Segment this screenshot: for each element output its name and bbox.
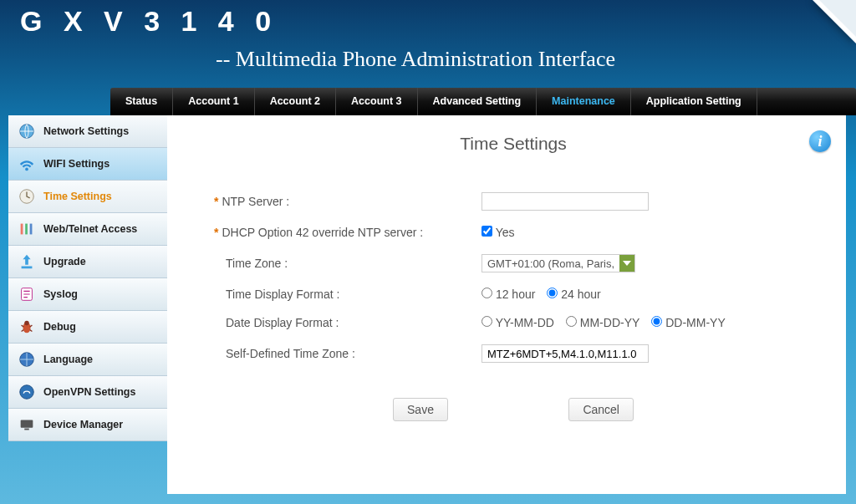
svg-rect-13	[24, 429, 29, 430]
svg-point-11	[20, 385, 34, 400]
sidebar-item-syslog[interactable]: Syslog	[8, 278, 167, 311]
button-row: Save Cancel	[214, 398, 813, 421]
row-dateformat: Date Display Format : YY-MM-DD MM-DD-YY …	[214, 316, 813, 329]
content-panel: i Time Settings *NTP Server : *DHCP Opti…	[167, 115, 846, 494]
sidebar-item-language[interactable]: Language	[8, 344, 167, 376]
tab-account-1[interactable]: Account 1	[173, 88, 254, 115]
row-dhcp42: *DHCP Option 42 override NTP server : Ye…	[214, 226, 813, 239]
sidebar-item-web-telnet-access[interactable]: Web/Telnet Access	[8, 213, 167, 246]
subtitle: -- Multimedia Phone Administration Inter…	[216, 47, 615, 72]
timezone-select[interactable]: GMT+01:00 (Roma, Paris,	[482, 254, 635, 272]
timezone-label: Time Zone :	[226, 257, 288, 270]
banner: G X V 3 1 4 0 -- Multimedia Phone Admini…	[0, 0, 856, 88]
sidebar-item-label: WIFI Settings	[43, 158, 110, 170]
svg-rect-4	[25, 224, 28, 235]
tab-maintenance[interactable]: Maintenance	[537, 88, 631, 115]
vpn-icon	[17, 382, 37, 402]
row-ntp-server: *NTP Server :	[214, 192, 813, 211]
sidebar-item-label: Language	[43, 354, 93, 365]
sidebar-item-network-settings[interactable]: Network Settings	[8, 115, 167, 148]
sidebar-item-label: Syslog	[43, 288, 78, 300]
dhcp42-checkbox[interactable]	[482, 226, 492, 237]
save-button[interactable]: Save	[393, 398, 448, 421]
timeformat-label: Time Display Format :	[226, 288, 339, 301]
selftz-label: Self-Defined Time Zone :	[226, 347, 355, 360]
sidebar-item-wifi-settings[interactable]: WIFI Settings	[8, 148, 167, 181]
svg-point-1	[25, 168, 28, 171]
sliders-icon	[17, 219, 37, 239]
ntp-server-label: NTP Server :	[222, 195, 289, 208]
dhcp42-yes-label: Yes	[496, 226, 515, 239]
sidebar-item-label: Debug	[43, 321, 76, 333]
cancel-button[interactable]: Cancel	[568, 398, 634, 421]
tab-advanced-setting[interactable]: Advanced Setting	[418, 88, 538, 115]
timeformat-radio[interactable]	[482, 288, 492, 298]
svg-point-9	[24, 321, 29, 326]
dateformat-label: Date Display Format :	[226, 316, 339, 329]
tab-account-3[interactable]: Account 3	[336, 88, 417, 115]
svg-rect-12	[21, 420, 33, 428]
page-title: Time Settings	[214, 134, 813, 154]
top-nav: StatusAccount 1Account 2Account 3Advance…	[110, 88, 856, 115]
tab-status[interactable]: Status	[110, 88, 173, 115]
dateformat-radio[interactable]	[566, 316, 577, 327]
timeformat-option[interactable]: 12 hour	[482, 288, 535, 301]
globe-icon	[17, 121, 37, 141]
device-icon	[17, 415, 37, 435]
language-icon	[17, 349, 37, 369]
sidebar: Network SettingsWIFI SettingsTime Settin…	[8, 115, 167, 441]
dateformat-option[interactable]: YY-MM-DD	[482, 316, 554, 329]
svg-rect-6	[22, 267, 33, 269]
wifi-icon	[17, 154, 37, 174]
sidebar-item-label: Web/Telnet Access	[43, 223, 137, 235]
clock-icon	[17, 186, 37, 206]
sidebar-item-label: OpenVPN Settings	[43, 386, 135, 398]
row-selftz: Self-Defined Time Zone :	[214, 344, 813, 363]
sidebar-item-label: Upgrade	[43, 256, 86, 267]
info-icon[interactable]: i	[809, 130, 831, 152]
svg-rect-3	[21, 224, 23, 235]
row-timeformat: Time Display Format : 12 hour 24 hour	[214, 288, 813, 301]
timeformat-option[interactable]: 24 hour	[547, 288, 600, 301]
dateformat-option[interactable]: DD-MM-YY	[651, 316, 725, 329]
timeformat-radio[interactable]	[547, 288, 558, 298]
row-timezone: Time Zone : GMT+01:00 (Roma, Paris,	[214, 254, 813, 272]
chevron-down-icon[interactable]	[619, 255, 634, 272]
brand-title: G X V 3 1 4 0	[20, 0, 278, 38]
selftz-input[interactable]	[482, 344, 649, 363]
sidebar-item-label: Device Manager	[43, 419, 123, 430]
svg-rect-5	[30, 224, 33, 235]
sidebar-item-label: Time Settings	[43, 191, 112, 202]
sidebar-item-device-manager[interactable]: Device Manager	[8, 409, 167, 441]
page-curl-icon	[813, 0, 856, 43]
bug-icon	[17, 317, 37, 337]
sidebar-item-label: Network Settings	[43, 125, 129, 137]
dateformat-option[interactable]: MM-DD-YY	[566, 316, 639, 329]
dhcp42-label: DHCP Option 42 override NTP server :	[222, 226, 423, 239]
dateformat-radio[interactable]	[482, 316, 492, 327]
upload-icon	[17, 252, 37, 272]
sidebar-item-debug[interactable]: Debug	[8, 311, 167, 344]
tab-account-2[interactable]: Account 2	[255, 88, 336, 115]
tab-application-setting[interactable]: Application Setting	[631, 88, 757, 115]
timezone-value: GMT+01:00 (Roma, Paris,	[482, 257, 619, 270]
ntp-server-input[interactable]	[482, 192, 649, 211]
sidebar-item-openvpn-settings[interactable]: OpenVPN Settings	[8, 376, 167, 409]
sidebar-item-time-settings[interactable]: Time Settings	[8, 181, 167, 213]
log-icon	[17, 284, 37, 304]
sidebar-item-upgrade[interactable]: Upgrade	[8, 246, 167, 278]
dateformat-radio[interactable]	[651, 316, 662, 327]
